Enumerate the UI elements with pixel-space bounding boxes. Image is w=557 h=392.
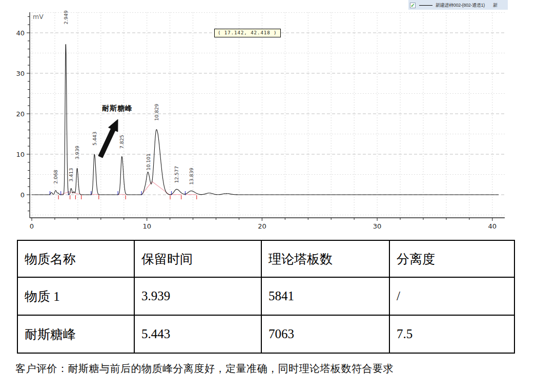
y-tick-label: 10 [16,151,25,158]
x-tick-label: 20 [258,222,266,230]
peak-label: 10.101 [146,154,151,171]
customer-evaluation-caption: 客户评价：耐斯糖与前后的物质峰分离度好，定量准确，同时理论塔板数符合要求 [15,362,548,376]
table-row: 物质 13.9395841/ [17,277,514,315]
table-row: 耐斯糖峰5.44370637.5 [17,315,514,353]
y-tick-label: 30 [16,70,25,77]
peak-label: 2.068 [53,170,58,183]
cursor-coordinates-tooltip: ( 17.142, 42.418 ) [214,29,281,37]
peak-label: 3.413 [68,168,74,182]
table-cell: 7063 [261,315,389,353]
table-cell: 耐斯糖峰 [17,315,134,353]
annotation-arrow [98,119,118,158]
peak-label: 13.839 [189,168,194,184]
table-cell: 3.939 [134,277,261,315]
peak-label: 10.829 [154,104,159,121]
y-tick-label: 20 [16,110,25,118]
legend-checkbox[interactable]: ✓ [410,3,416,8]
peak-label: 3.939 [74,146,80,159]
legend-line-sample [419,5,432,6]
column-header: 理论塔板数 [261,240,389,277]
column-header: 分离度 [389,240,514,277]
table-cell: 物质 1 [17,277,134,315]
column-header: 保留时间 [134,240,261,277]
y-axis-unit-label: mV [33,13,44,20]
column-header: 物质名称 [17,240,134,277]
peak-label: 12.577 [174,166,179,183]
peak-label: 2.949 [63,10,69,24]
legend-entry-label: 新建进样002-(802-通道1) [436,2,485,9]
page: 010203040010203040mV2.0682.9493.4133.939… [0,0,557,392]
x-tick-label: 0 [30,222,34,230]
legend-strip: ✓ 新建进样002-(802-通道1) 新 [408,0,508,10]
x-tick-label: 30 [373,222,382,230]
table-cell: 7.5 [389,315,514,353]
checkmark-icon: ✓ [410,3,415,8]
peak-label: 5.443 [92,132,97,146]
table-cell: / [389,277,514,315]
peak-label: 7.825 [119,135,125,149]
annotation-text: 耐斯糖峰 [102,104,133,112]
chromatogram-trace [32,45,499,195]
table-cell: 5.443 [134,315,261,353]
y-tick-label: 0 [20,191,25,199]
y-tick-label: 40 [16,29,25,37]
x-tick-label: 40 [488,222,497,230]
table-cell: 5841 [261,277,389,315]
table-header-row: 物质名称保留时间理论塔板数分离度 [17,240,514,277]
x-tick-label: 10 [142,222,151,230]
legend-next-entry-partial: 新 [493,2,498,9]
results-table: 物质名称保留时间理论塔板数分离度物质 13.9395841/耐斯糖峰5.4437… [17,240,515,354]
